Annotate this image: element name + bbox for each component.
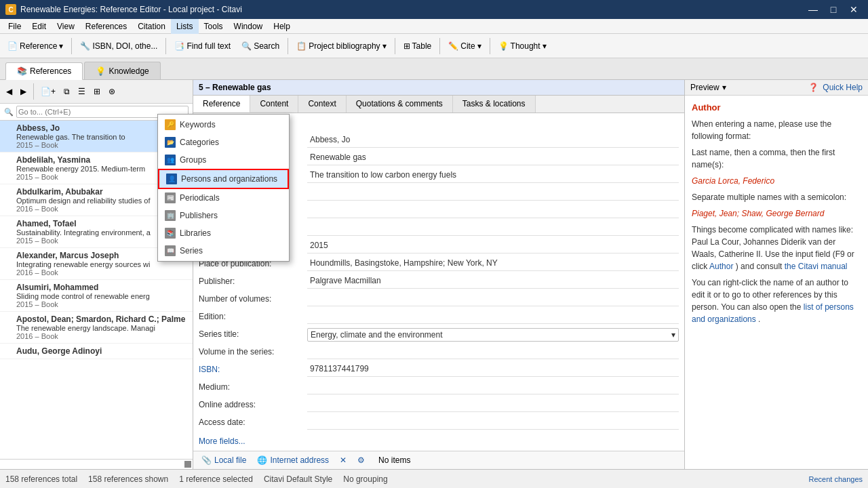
recent-changes-link[interactable]: Recent changes [809,475,863,483]
status-bar: 158 references total 158 references show… [0,469,868,488]
preview-header: Preview ▾ ❓ Quick Help [685,80,868,96]
preview-label: Preview [690,83,719,92]
access-date-row: Access date: [199,416,679,431]
categories-icon: 📂 [165,137,176,148]
tab-knowledge[interactable]: 💡 Knowledge [84,62,160,79]
status-left: 158 references total 158 references show… [5,474,388,484]
citavi-manual-link[interactable]: the Citavi manual [785,262,848,271]
toolbar-sep-6 [490,38,490,54]
table-button[interactable]: ⊞ Table [399,37,437,56]
right-panel-content: Author When entering a name, please use … [685,96,868,469]
project-bibliography-button[interactable]: 📋 Project bibliography ▾ [292,37,391,56]
toolbar-sep-3 [288,38,288,54]
filter-button[interactable]: ⊛ [105,82,119,101]
new-ref-button[interactable]: 📄+ [37,82,59,101]
tab-reference[interactable]: Reference [193,96,250,113]
toolbar: 📄 Reference ▾ 🔧 ISBN, DOI, othe... 📑 Fin… [0,34,868,58]
author-link[interactable]: Author [709,262,733,271]
series-title-row: Series title: Energy, climate and the en… [199,328,679,343]
cite-icon: ✏️ [448,41,458,51]
thought-button[interactable]: 💡 Thought ▾ [494,37,551,56]
bibliography-icon: 📋 [296,41,307,51]
tab-content[interactable]: Content [250,96,298,113]
dropdown-item-categories[interactable]: 📂 Categories [158,134,289,151]
tab-references[interactable]: 📚 References [5,62,83,80]
more-fields-link[interactable]: More fields... [199,436,245,446]
help-para5: You can right-click the name of an autho… [692,277,861,325]
libraries-icon: 📚 [165,228,176,239]
menu-window[interactable]: Window [229,19,269,34]
num-volumes-row: Number of volumes: [199,293,679,308]
help-para1: When entering a name, please use the fol… [692,118,861,142]
series-icon: 📖 [165,245,176,256]
menu-tools[interactable]: Tools [199,19,229,34]
list-item[interactable]: Apostol, Dean; Smardon, Richard C.; Palm… [0,312,193,344]
title-bar: C Renewable Energies: Reference Editor -… [5,4,242,15]
internet-address-button[interactable]: 🌐 Internet address [254,454,332,466]
keywords-icon: 🔑 [165,119,176,130]
volume-series-row: Volume in the series: [199,346,679,361]
menu-edit[interactable]: Edit [26,19,52,34]
forward-button[interactable]: ▶ [17,82,30,101]
dropdown-item-publishers[interactable]: 🏢 Publishers [158,207,289,224]
medium-row: Medium: [199,381,679,396]
toolbar-sep-1 [71,38,72,54]
menu-lists[interactable]: Lists [171,19,199,34]
dropdown-item-keywords[interactable]: 🔑 Keywords [158,116,289,134]
remove-button[interactable]: ✕ [337,454,349,466]
settings-button[interactable]: ⚙ [355,454,368,466]
search-icon: 🔍 [241,41,252,51]
reference-button[interactable]: 📄 Reference ▾ [3,37,68,56]
search-button[interactable]: 🔍 Search [237,37,284,56]
menu-citation[interactable]: Citation [132,19,171,34]
dropdown-item-periodicals[interactable]: 📰 Periodicals [158,189,289,207]
dropdown-item-groups[interactable]: 👥 Groups [158,151,289,169]
proj-bib-dropdown-icon: ▾ [382,41,387,51]
reference-icon: 📄 [7,41,18,51]
settings-icon: ⚙ [357,455,365,465]
quick-help-button[interactable]: Quick Help [823,83,863,92]
menu-references[interactable]: References [80,19,132,34]
groups-icon: 👥 [165,155,176,165]
menu-view[interactable]: View [52,19,80,34]
help-example2: Piaget, Jean; Shaw, George Bernard [692,207,861,220]
close-button[interactable]: ✕ [845,3,863,16]
knowledge-tab-icon: 💡 [96,66,106,76]
cite-button[interactable]: ✏️ Cite ▾ [443,37,486,56]
dropdown-item-persons[interactable]: 👤 Persons and organizations [158,169,289,189]
shown-refs: 158 references shown [88,474,168,484]
help-para3: Separate multiple names with a semicolon… [692,191,861,203]
left-panel-toolbar: ◀ ▶ 📄+ ⧉ ☰ ⊞ ⊛ [0,80,193,104]
add-isbn-button[interactable]: 🔧 ISBN, DOI, othe... [75,37,162,56]
help-para4: Things become complicated with names lik… [692,224,861,272]
toolbar-sep-2 [165,38,166,54]
menu-help[interactable]: Help [268,19,296,34]
list-item[interactable]: Alsumiri, Mohammed Sliding mode control … [0,280,193,312]
menu-file[interactable]: File [3,19,26,34]
dropdown-item-libraries[interactable]: 📚 Libraries [158,224,289,242]
list-view-button[interactable]: ☰ [75,82,89,101]
local-file-button[interactable]: 📎 Local file [199,454,249,466]
back-button[interactable]: ◀ [3,82,16,101]
thought-icon: 💡 [498,41,509,51]
scroll-down-button[interactable] [184,461,191,468]
isbn-row: ISBN: 9781137441799 [199,363,679,378]
minimize-button[interactable]: — [804,3,822,16]
citation-style: Citavi Default Style [264,474,332,484]
edition-row: Edition: [199,310,679,325]
publishers-icon: 🏢 [165,210,176,221]
tab-tasks[interactable]: Tasks & locations [453,96,536,113]
list-item[interactable]: Audu, George Adinoyi [0,344,193,359]
menu-bar: File Edit View References Citation Lists… [0,19,868,34]
lists-dropdown-menu: 🔑 Keywords 📂 Categories 👥 Groups 👤 Perso… [157,114,290,262]
help-icon: ❓ [808,83,818,92]
tab-quotations[interactable]: Quotations & comments [347,96,453,113]
maximize-button[interactable]: □ [825,3,842,16]
find-full-text-button[interactable]: 📑 Find full text [170,37,235,56]
help-section-title: Author [692,102,861,113]
group-view-button[interactable]: ⊞ [90,82,104,101]
preview-dropdown-icon: ▾ [722,83,726,92]
dropdown-item-series[interactable]: 📖 Series [158,242,289,260]
tab-context[interactable]: Context [298,96,346,113]
duplicate-button[interactable]: ⧉ [60,82,73,101]
